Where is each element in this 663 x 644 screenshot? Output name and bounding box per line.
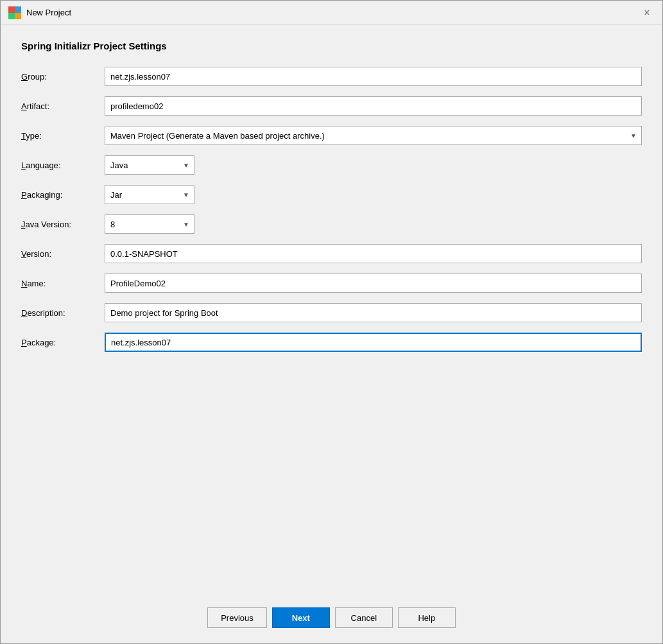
app-icon: [8, 6, 21, 19]
packaging-label: Packaging:: [21, 190, 105, 200]
cancel-button[interactable]: Cancel: [335, 607, 393, 628]
section-title: Spring Initializr Project Settings: [21, 40, 642, 51]
group-row: Group:: [21, 67, 642, 86]
group-label: Group:: [21, 72, 105, 82]
type-select[interactable]: Maven Project (Generate a Maven based pr…: [105, 126, 642, 145]
java-version-label: Java Version:: [21, 220, 105, 229]
version-row: Version:: [21, 244, 642, 263]
artifact-label: Artifact:: [21, 101, 105, 111]
dialog-title: New Project: [26, 8, 639, 17]
type-row: Type: Maven Project (Generate a Maven ba…: [21, 126, 642, 145]
java-version-select[interactable]: 8 11 17: [105, 214, 194, 234]
description-row: Description:: [21, 303, 642, 322]
name-row: Name:: [21, 274, 642, 293]
help-button[interactable]: Help: [398, 607, 456, 628]
artifact-input[interactable]: [105, 96, 642, 116]
package-row: Package:: [21, 333, 642, 352]
package-input[interactable]: [105, 333, 642, 352]
svg-rect-3: [15, 13, 21, 19]
dialog-footer: Previous Next Cancel Help: [1, 597, 662, 643]
form-area: Group: Artifact: Type: Maven Project (Ge…: [21, 67, 642, 584]
svg-rect-1: [15, 6, 21, 13]
packaging-select[interactable]: Jar War: [105, 185, 194, 204]
group-input[interactable]: [105, 67, 642, 86]
previous-button[interactable]: Previous: [207, 607, 267, 628]
language-select[interactable]: Java Kotlin Groovy: [105, 155, 194, 175]
name-label: Name:: [21, 279, 105, 288]
package-label: Package:: [21, 338, 105, 347]
svg-rect-2: [8, 13, 15, 19]
close-button[interactable]: ×: [639, 5, 655, 21]
language-select-wrapper: Java Kotlin Groovy ▼: [105, 155, 194, 175]
version-input[interactable]: [105, 244, 642, 263]
java-version-row: Java Version: 8 11 17 ▼: [21, 214, 642, 234]
next-button[interactable]: Next: [272, 607, 330, 628]
description-input[interactable]: [105, 303, 642, 322]
dialog-content: Spring Initializr Project Settings Group…: [1, 25, 662, 597]
name-input[interactable]: [105, 274, 642, 293]
title-bar: New Project ×: [1, 1, 662, 25]
type-select-wrapper: Maven Project (Generate a Maven based pr…: [105, 126, 642, 145]
packaging-select-wrapper: Jar War ▼: [105, 185, 194, 204]
language-label: Language:: [21, 161, 105, 170]
new-project-dialog: New Project × Spring Initializr Project …: [0, 0, 663, 644]
version-label: Version:: [21, 249, 105, 259]
packaging-row: Packaging: Jar War ▼: [21, 185, 642, 204]
type-label: Type:: [21, 131, 105, 141]
java-version-select-wrapper: 8 11 17 ▼: [105, 214, 194, 234]
svg-rect-0: [8, 6, 15, 13]
artifact-row: Artifact:: [21, 96, 642, 116]
language-row: Language: Java Kotlin Groovy ▼: [21, 155, 642, 175]
description-label: Description:: [21, 308, 105, 318]
